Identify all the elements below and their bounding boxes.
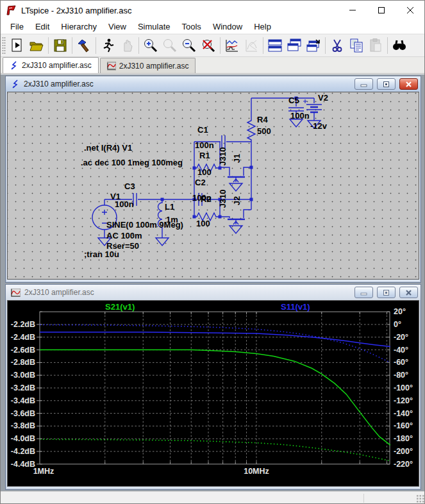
minimize-icon xyxy=(349,6,356,14)
bode-plot[interactable]: 20°0°-20°-40°-60°-80°-100°-120°-140°-160… xyxy=(8,301,419,487)
y-axis-left-tick-label: -2.4dB xyxy=(11,333,35,342)
save-button[interactable] xyxy=(51,36,70,55)
copy-button[interactable] xyxy=(347,36,366,55)
minimize-button[interactable] xyxy=(338,1,367,20)
component-value-c1[interactable]: 100n xyxy=(195,141,214,150)
schematic-restore-button[interactable] xyxy=(377,78,396,90)
y-axis-right-tick-label: -60° xyxy=(394,358,408,367)
schematic-window-titlebar[interactable]: 2xJ310 amplifier.asc xyxy=(6,76,421,92)
statusbar-separator xyxy=(363,494,364,503)
trace-s21-v1-phase[interactable] xyxy=(40,439,390,461)
y-axis-left-tick-label: -4.0dB xyxy=(11,434,35,443)
menu-item-window[interactable]: Window xyxy=(207,21,248,33)
component-value-c5[interactable]: 100n xyxy=(290,112,310,121)
schematic-icon xyxy=(11,80,20,88)
plot-window-titlebar[interactable]: 2xJ310 amplifier.asc xyxy=(6,285,421,300)
paste-icon xyxy=(368,38,383,53)
autorange-plot-icon xyxy=(224,38,240,53)
component-value-r1[interactable]: 100 xyxy=(197,168,212,177)
tile-windows-button[interactable] xyxy=(265,36,285,55)
component-label-c3[interactable]: C3 xyxy=(124,182,135,191)
schematic-drawing xyxy=(8,92,419,279)
restore-icon xyxy=(383,81,390,88)
toolbar-separator xyxy=(387,37,388,54)
open-file-button[interactable] xyxy=(27,36,46,55)
component-label-v1[interactable]: V1 xyxy=(110,192,121,201)
component-label-c1[interactable]: C1 xyxy=(197,126,208,135)
cut-button[interactable] xyxy=(328,36,347,55)
halt-hand-icon xyxy=(119,38,135,53)
schematic-canvas[interactable]: .net I(R4) V1 .ac dec 100 1meg 100meg ;t… xyxy=(7,92,419,280)
arrange-windows-button[interactable] xyxy=(304,36,323,55)
component-value-v1-sine[interactable]: SINE(0 100m 9Meg) xyxy=(106,221,183,230)
component-label-j2[interactable]: J2 xyxy=(233,196,242,205)
menu-item-view[interactable]: View xyxy=(103,21,132,33)
menu-item-file[interactable]: File xyxy=(4,21,29,33)
tab-waveform[interactable]: 2xJ310 amplifier.asc xyxy=(100,58,196,73)
menu-item-hierarchy[interactable]: Hierarchy xyxy=(55,21,103,33)
open-file-icon xyxy=(29,38,44,53)
component-value-c2[interactable]: 100n xyxy=(192,194,212,203)
restore-icon xyxy=(383,289,390,296)
component-value-r2[interactable]: 100 xyxy=(196,219,210,228)
toolbar-separator xyxy=(72,37,72,54)
trace-s11-v1-phase[interactable] xyxy=(40,325,390,363)
component-value-v1-rser[interactable]: Rser=50 xyxy=(106,242,139,251)
y-axis-right-tick-label: -180° xyxy=(394,434,413,443)
component-value-v2[interactable]: -12v xyxy=(310,122,327,131)
zoom-full-extents-button[interactable] xyxy=(199,36,218,55)
plot-window: 2xJ310 amplifier.asc S21(v1) S11(v1) 20°… xyxy=(5,284,421,490)
arrange-windows-icon xyxy=(306,38,321,53)
component-label-r4[interactable]: R4 xyxy=(257,115,268,124)
component-model-j1[interactable]: J310 xyxy=(219,147,228,166)
component-label-r1[interactable]: R1 xyxy=(199,151,210,160)
find-button[interactable] xyxy=(390,36,409,55)
toolbar-separator xyxy=(220,37,221,54)
resize-grip[interactable] xyxy=(416,494,424,503)
spice-directive-net[interactable]: .net I(R4) V1 xyxy=(84,144,132,153)
component-label-v2[interactable]: V2 xyxy=(318,94,328,103)
menu-item-help[interactable]: Help xyxy=(248,21,277,33)
component-label-c5[interactable]: C5 xyxy=(288,96,299,105)
spice-directive-tran[interactable]: ;tran 10u xyxy=(84,250,119,259)
menu-item-simulate[interactable]: Simulate xyxy=(132,21,176,33)
zoom-out-button[interactable] xyxy=(179,36,199,55)
plot-close-button[interactable] xyxy=(399,287,418,298)
menu-item-edit[interactable]: Edit xyxy=(29,21,55,33)
plot-minimize-button[interactable] xyxy=(354,287,373,298)
component-label-l1[interactable]: L1 xyxy=(165,203,174,212)
plot-restore-button[interactable] xyxy=(377,287,396,298)
zoom-in-button[interactable] xyxy=(141,36,160,55)
trace-s21-v1-magnitude[interactable] xyxy=(40,350,390,446)
component-label-c2[interactable]: C2 xyxy=(195,178,206,187)
find-icon xyxy=(392,38,407,53)
maximize-button[interactable] xyxy=(367,1,396,20)
run-button[interactable] xyxy=(98,36,117,55)
cascade-windows-button[interactable] xyxy=(285,36,304,55)
component-value-r4[interactable]: 500 xyxy=(257,127,271,136)
plot-canvas[interactable]: S21(v1) S11(v1) 20°0°-20°-40°-60°-80°-10… xyxy=(7,300,419,487)
toolbar-drag-handle[interactable] xyxy=(2,37,6,55)
component-value-c3[interactable]: 100n xyxy=(115,200,134,209)
component-value-v1-ac[interactable]: AC 100m xyxy=(106,231,142,240)
y-axis-right-tick-label: -40° xyxy=(394,346,408,355)
component-model-j2[interactable]: J310 xyxy=(219,190,228,208)
tab-schematic[interactable]: 2xJ310 amplifier.asc xyxy=(3,57,99,73)
y-axis-left-tick-label: -4.4dB xyxy=(11,460,35,469)
close-button[interactable] xyxy=(396,1,424,20)
ltspice-logo-icon xyxy=(6,4,17,16)
spice-directive-ac[interactable]: .ac dec 100 1meg 100meg xyxy=(81,158,183,167)
y-axis-right-tick-label: 20° xyxy=(394,307,406,316)
menubar: FileEditHierarchyViewSimulateToolsWindow… xyxy=(1,20,424,34)
schematic-minimize-button[interactable] xyxy=(354,78,373,90)
plot-window-title: 2xJ310 amplifier.asc xyxy=(24,288,351,297)
zoom-full-extents-icon xyxy=(201,38,216,53)
control-panel-hammer-button[interactable] xyxy=(74,36,94,55)
autorange-plot-button[interactable] xyxy=(222,36,242,55)
trace-s11-v1-magnitude[interactable] xyxy=(40,332,390,347)
component-label-j1[interactable]: J1 xyxy=(233,154,242,163)
y-axis-right-tick-label: 0° xyxy=(394,320,401,329)
schematic-close-button[interactable] xyxy=(399,78,418,90)
menu-item-tools[interactable]: Tools xyxy=(176,21,207,33)
new-schematic-button[interactable] xyxy=(8,36,27,55)
